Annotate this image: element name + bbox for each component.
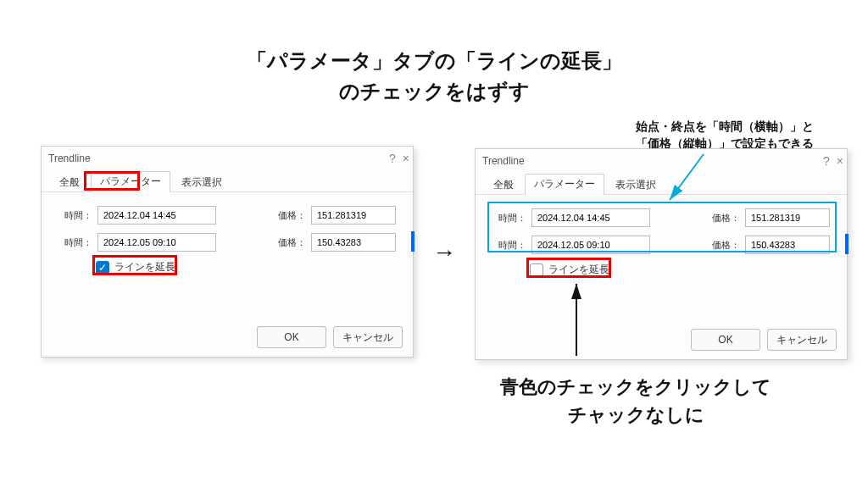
price-input-2[interactable] — [311, 233, 396, 252]
tab-general[interactable]: 全般 — [50, 172, 89, 192]
time-label: 時間： — [492, 212, 526, 225]
dialog-content: 時間： 価格： 時間： 価格： ✓ ラインを延長 — [42, 192, 413, 319]
price-label: 価格： — [272, 236, 306, 249]
tab-display[interactable]: 表示選択 — [606, 175, 665, 195]
bottom-line-2: チャックなしに — [432, 401, 839, 429]
close-icon[interactable]: × — [837, 154, 843, 168]
extend-row: ラインを延長 — [530, 263, 830, 277]
tab-strip: 全般 パラメーター 表示選択 — [476, 173, 847, 195]
time-label: 時間： — [58, 236, 92, 249]
time-input-1[interactable] — [531, 208, 650, 227]
title-line-2: のチェックをはずす — [0, 76, 868, 107]
dialog-before: Trendline ? × 全般 パラメーター 表示選択 時間： 価格： 時間：… — [41, 146, 414, 358]
dialog-titlebar: Trendline ? × — [476, 149, 847, 173]
extend-label: ラインを延長 — [114, 260, 175, 274]
dialog-titlebar: Trendline ? × — [42, 147, 413, 170]
arrow-between: → — [432, 239, 456, 266]
tab-strip: 全般 パラメーター 表示選択 — [42, 170, 413, 192]
price-input-1[interactable] — [311, 206, 396, 225]
dialog-footer: OK キャンセル — [691, 329, 837, 351]
tab-general[interactable]: 全般 — [484, 175, 523, 195]
accent-bar — [845, 234, 849, 254]
time-input-1[interactable] — [97, 206, 216, 225]
tab-parameters[interactable]: パラメーター — [91, 171, 170, 192]
extend-checkbox-checked[interactable]: ✓ — [96, 261, 109, 274]
accent-bar — [411, 231, 415, 252]
extend-label: ラインを延長 — [548, 263, 609, 277]
title-line-1: 「パラメータ」タブの「ラインの延長」 — [0, 46, 868, 76]
param-row-1: 時間： 価格： — [492, 208, 830, 227]
bottom-line-1: 青色のチェックをクリックして — [432, 373, 839, 401]
price-input-1[interactable] — [745, 208, 830, 227]
bottom-caption: 青色のチェックをクリックして チャックなしに — [432, 373, 839, 429]
dialog-title: Trendline — [482, 155, 525, 167]
dialog-footer: OK キャンセル — [257, 326, 403, 348]
param-row-2: 時間： 価格： — [58, 233, 396, 252]
dialog-after: Trendline ? × 全般 パラメーター 表示選択 時間： 価格： 時間：… — [475, 148, 848, 360]
param-row-1: 時間： 価格： — [58, 206, 396, 225]
side-note-line-1: 始点・終点を「時間（横軸）」と — [585, 119, 865, 136]
extend-row: ✓ ラインを延長 — [96, 260, 396, 274]
side-note: 始点・終点を「時間（横軸）」と 「価格（縦軸）」で設定もできる — [585, 119, 865, 152]
price-input-2[interactable] — [745, 236, 830, 254]
price-label: 価格： — [706, 239, 740, 252]
time-input-2[interactable] — [97, 233, 216, 252]
dialog-title: Trendline — [48, 152, 91, 164]
dialog-content: 時間： 価格： 時間： 価格： ラインを延長 — [476, 195, 847, 322]
help-icon[interactable]: ? — [823, 154, 830, 168]
tab-parameters[interactable]: パラメーター — [525, 174, 604, 195]
tab-display[interactable]: 表示選択 — [172, 172, 231, 192]
param-row-2: 時間： 価格： — [492, 236, 830, 254]
price-label: 価格： — [706, 212, 740, 225]
time-input-2[interactable] — [531, 236, 650, 254]
cancel-button[interactable]: キャンセル — [333, 326, 403, 348]
time-label: 時間： — [492, 239, 526, 252]
instruction-title: 「パラメータ」タブの「ラインの延長」 のチェックをはずす — [0, 46, 868, 107]
ok-button[interactable]: OK — [691, 329, 760, 351]
extend-checkbox-unchecked[interactable] — [530, 263, 543, 277]
help-icon[interactable]: ? — [389, 152, 396, 165]
price-label: 価格： — [272, 209, 306, 222]
cancel-button[interactable]: キャンセル — [767, 329, 837, 351]
ok-button[interactable]: OK — [257, 326, 326, 348]
time-label: 時間： — [58, 209, 92, 222]
close-icon[interactable]: × — [403, 152, 409, 165]
